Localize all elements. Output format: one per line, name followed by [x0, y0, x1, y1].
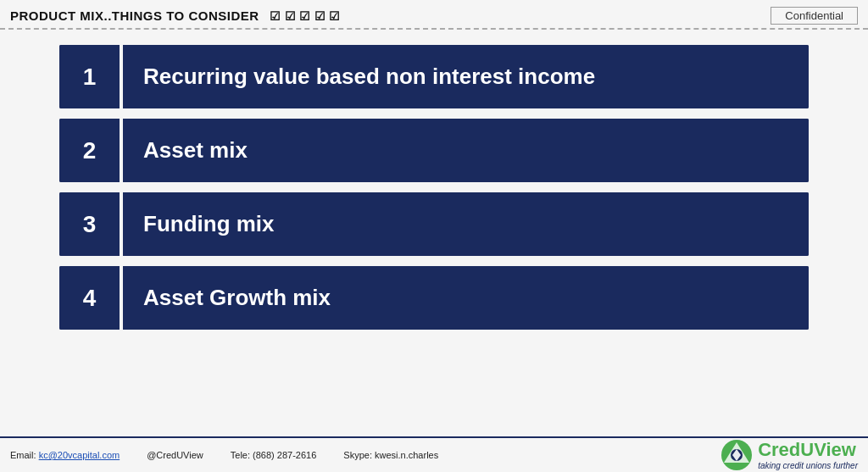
checkbox-1: ☑	[270, 9, 281, 23]
logo-u: U	[800, 439, 814, 460]
item-number-2: 2	[59, 119, 123, 182]
social-handle: @CredUView	[147, 450, 203, 460]
tele-number: (868) 287-2616	[253, 450, 316, 460]
logo-text: CredUView taking credit unions further	[758, 440, 858, 469]
email-link[interactable]: kc@20vcapital.com	[39, 450, 120, 460]
skype-handle: kwesi.n.charles	[375, 450, 438, 460]
footer: Email: kc@20vcapital.com @CredUView Tele…	[0, 436, 868, 472]
checkbox-5: ☑	[329, 9, 341, 23]
logo-view: View	[814, 439, 856, 460]
logo-icon	[721, 439, 753, 471]
item-text-2: Asset mix	[123, 119, 809, 182]
item-text-4: Asset Growth mix	[123, 266, 809, 330]
tele-label: Tele:	[231, 450, 253, 460]
footer-contacts: Email: kc@20vcapital.com @CredUView Tele…	[10, 450, 438, 460]
checkbox-2: ☑	[285, 9, 297, 23]
list-item: 1 Recurring value based non interest inc…	[59, 45, 809, 108]
footer-tele: Tele: (868) 287-2616	[231, 450, 317, 460]
list-item: 2 Asset mix	[59, 119, 809, 182]
footer-social: @CredUView	[147, 450, 203, 460]
checkbox-4: ☑	[314, 9, 326, 23]
logo-tagline: taking credit unions further	[758, 461, 858, 470]
page-header: PRODUCT MIX..THINGS TO CONSIDER ☑ ☑ ☑ ☑ …	[0, 0, 868, 30]
checkbox-3: ☑	[299, 9, 311, 23]
confidential-label: Confidential	[771, 7, 858, 25]
logo-name: CredUView	[758, 440, 858, 460]
skype-label: Skype:	[343, 450, 375, 460]
footer-email: Email: kc@20vcapital.com	[10, 450, 120, 460]
page-title: PRODUCT MIX..THINGS TO CONSIDER ☑ ☑ ☑ ☑ …	[10, 8, 341, 23]
title-text: PRODUCT MIX..THINGS TO CONSIDER	[10, 8, 259, 23]
footer-logo: CredUView taking credit unions further	[721, 439, 858, 471]
list-item: 3 Funding mix	[59, 192, 809, 256]
item-number-1: 1	[59, 45, 123, 108]
footer-skype: Skype: kwesi.n.charles	[343, 450, 438, 460]
item-number-3: 3	[59, 192, 123, 256]
item-text-1: Recurring value based non interest incom…	[123, 45, 809, 108]
main-content: 1 Recurring value based non interest inc…	[0, 30, 868, 338]
item-number-4: 4	[59, 266, 123, 330]
checkbox-group: ☑ ☑ ☑ ☑ ☑	[270, 9, 341, 23]
item-text-3: Funding mix	[123, 192, 809, 256]
list-item: 4 Asset Growth mix	[59, 266, 809, 330]
logo-cred: Cred	[758, 439, 800, 460]
email-label: Email:	[10, 450, 39, 460]
